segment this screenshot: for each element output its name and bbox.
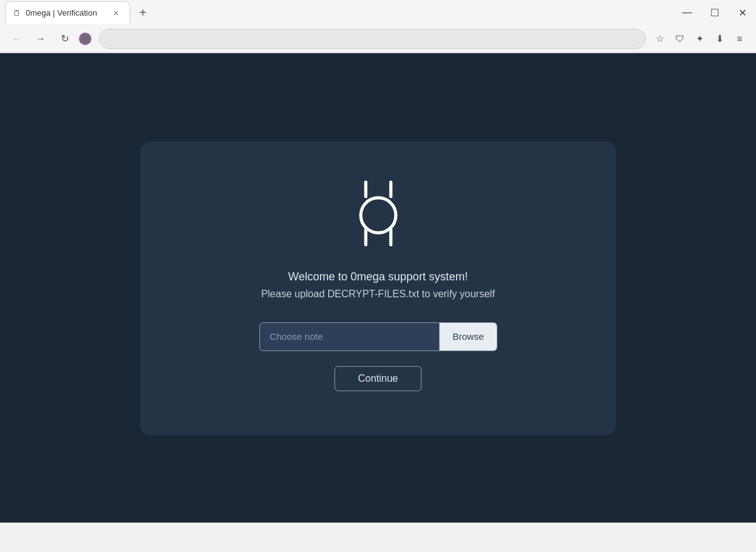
file-input-label[interactable]: Choose note	[260, 323, 440, 350]
reload-button[interactable]: ↻	[55, 29, 74, 48]
address-bar[interactable]	[99, 29, 646, 49]
minimize-button[interactable]: —	[678, 4, 696, 21]
file-upload-row: Choose note Browse	[259, 322, 497, 351]
tor-icon	[79, 33, 91, 45]
nav-actions: ☆ 🛡 ✦ ⬇ ≡	[651, 30, 748, 48]
continue-button[interactable]: Continue	[334, 366, 421, 391]
shield-button[interactable]: 🛡	[671, 30, 688, 48]
browse-button[interactable]: Browse	[439, 323, 496, 350]
extensions-button[interactable]: ✦	[691, 30, 708, 48]
welcome-heading: Welcome to 0mega support system!	[288, 270, 468, 284]
tab-icon: 🗒	[13, 9, 21, 18]
window-controls: — ☐ ✕	[678, 4, 751, 21]
tab-bar: 🗒 0mega | Verification × + — ☐ ✕	[0, 0, 756, 25]
verification-card: Welcome to 0mega support system! Please …	[140, 141, 616, 435]
forward-button[interactable]: →	[31, 29, 50, 48]
star-button[interactable]: ☆	[651, 30, 668, 48]
download-button[interactable]: ⬇	[711, 30, 728, 48]
close-window-button[interactable]: ✕	[733, 4, 751, 21]
browser-chrome: 🗒 0mega | Verification × + — ☐ ✕ ← → ↻ ☆…	[0, 0, 756, 53]
nav-bar: ← → ↻ ☆ 🛡 ✦ ⬇ ≡	[0, 25, 756, 53]
new-tab-button[interactable]: +	[133, 3, 153, 23]
browser-content: Welcome to 0mega support system! Please …	[0, 53, 756, 523]
back-button[interactable]: ←	[8, 29, 26, 48]
active-tab[interactable]: 🗒 0mega | Verification ×	[5, 1, 130, 24]
omega-logo	[347, 179, 410, 248]
tab-close-button[interactable]: ×	[110, 7, 122, 19]
tab-title: 0mega | Verification	[26, 8, 105, 18]
logo-container	[347, 179, 410, 250]
maximize-button[interactable]: ☐	[706, 4, 723, 21]
file-input-placeholder: Choose note	[270, 331, 323, 342]
menu-button[interactable]: ≡	[731, 30, 748, 48]
instruction-text: Please upload DECRYPT-FILES.txt to verif…	[261, 289, 495, 300]
